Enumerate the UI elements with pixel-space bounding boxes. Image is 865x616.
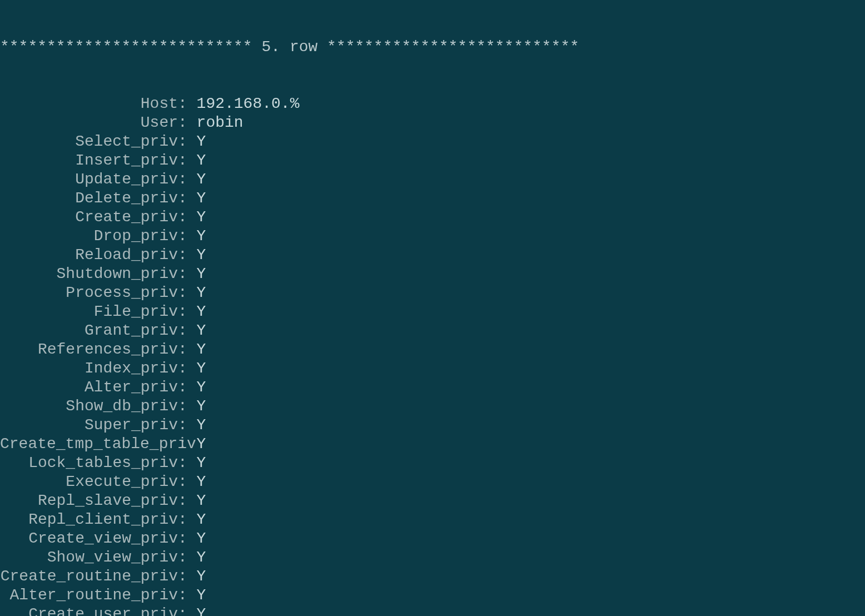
field-value: Y — [187, 378, 206, 397]
field-label: Grant_priv — [0, 321, 178, 340]
field-value: Y — [187, 586, 206, 605]
field-label: Select_priv — [0, 132, 178, 151]
field-colon: : — [178, 605, 187, 616]
field-label: Lock_tables_priv — [0, 454, 178, 473]
field-value: Y — [187, 510, 206, 529]
field-label: Reload_priv — [0, 246, 178, 265]
field-value: Y — [187, 151, 206, 170]
field-row: Index_priv:Y — [0, 359, 865, 378]
field-value: Y — [187, 189, 206, 208]
field-row: Update_priv:Y — [0, 170, 865, 189]
field-row: Reload_priv:Y — [0, 246, 865, 265]
field-label: Create_user_priv — [0, 605, 178, 616]
field-label: Show_db_priv — [0, 397, 178, 416]
field-colon: : — [178, 265, 187, 284]
field-label: Alter_routine_priv — [0, 586, 178, 605]
field-label: Execute_priv — [0, 473, 178, 491]
field-row: Create_tmp_table_priv:Y — [0, 435, 865, 454]
field-value: Y — [187, 132, 206, 151]
field-colon: : — [178, 208, 187, 227]
field-value: Y — [187, 397, 206, 416]
field-label: Create_priv — [0, 208, 178, 227]
field-row: Create_user_priv:Y — [0, 605, 865, 616]
field-row: Repl_client_priv:Y — [0, 510, 865, 529]
field-colon: : — [178, 378, 187, 397]
field-value: Y — [187, 246, 206, 265]
field-row: Delete_priv:Y — [0, 189, 865, 208]
field-row: Grant_priv:Y — [0, 321, 865, 340]
field-value: Y — [187, 321, 206, 340]
field-colon: : — [178, 170, 187, 189]
field-label: Index_priv — [0, 359, 178, 378]
field-colon: : — [178, 397, 187, 416]
field-row: Super_priv:Y — [0, 416, 865, 435]
field-row: User:robin — [0, 113, 865, 132]
field-colon: : — [178, 454, 187, 473]
field-colon: : — [178, 435, 187, 454]
field-colon: : — [178, 340, 187, 359]
field-label: Insert_priv — [0, 151, 178, 170]
field-row: Insert_priv:Y — [0, 151, 865, 170]
field-value: Y — [187, 435, 206, 454]
field-value: Y — [187, 340, 206, 359]
field-row: Shutdown_priv:Y — [0, 265, 865, 284]
field-row: Lock_tables_priv:Y — [0, 454, 865, 473]
row-header-label: 5. row — [252, 38, 327, 56]
field-colon: : — [178, 113, 187, 132]
row-separator-header: *************************** 5. row *****… — [0, 38, 865, 57]
field-colon: : — [178, 321, 187, 340]
field-row: Alter_routine_priv:Y — [0, 586, 865, 605]
field-label: Update_priv — [0, 170, 178, 189]
field-label: References_priv — [0, 340, 178, 359]
field-value: Y — [187, 567, 206, 586]
field-row: References_priv:Y — [0, 340, 865, 359]
field-row: Create_routine_priv:Y — [0, 567, 865, 586]
field-label: Create_routine_priv — [0, 567, 178, 586]
field-colon: : — [178, 246, 187, 265]
field-row: Host:192.168.0.% — [0, 95, 865, 113]
field-value: Y — [187, 491, 206, 510]
field-colon: : — [178, 567, 187, 586]
field-value: Y — [187, 227, 206, 246]
field-label: Host — [0, 95, 178, 113]
field-row: Show_view_priv:Y — [0, 548, 865, 567]
field-colon: : — [178, 359, 187, 378]
terminal-output[interactable]: *************************** 5. row *****… — [0, 0, 865, 616]
field-row: Alter_priv:Y — [0, 378, 865, 397]
field-row: Create_view_priv:Y — [0, 529, 865, 548]
field-colon: : — [178, 132, 187, 151]
field-colon: : — [178, 151, 187, 170]
field-label: User — [0, 113, 178, 132]
field-colon: : — [178, 227, 187, 246]
field-label: Process_priv — [0, 284, 178, 302]
field-row: Drop_priv:Y — [0, 227, 865, 246]
field-label: Show_view_priv — [0, 548, 178, 567]
field-colon: : — [178, 510, 187, 529]
field-row: Execute_priv:Y — [0, 473, 865, 491]
field-value: 192.168.0.% — [187, 95, 300, 113]
field-value: Y — [187, 473, 206, 491]
field-label: Drop_priv — [0, 227, 178, 246]
field-colon: : — [178, 416, 187, 435]
field-label: Super_priv — [0, 416, 178, 435]
field-label: Shutdown_priv — [0, 265, 178, 284]
field-colon: : — [178, 529, 187, 548]
field-label: Create_tmp_table_priv — [0, 435, 178, 454]
field-label: File_priv — [0, 302, 178, 321]
field-row: Select_priv:Y — [0, 132, 865, 151]
field-label: Repl_slave_priv — [0, 491, 178, 510]
field-label: Create_view_priv — [0, 529, 178, 548]
field-row: Process_priv:Y — [0, 284, 865, 302]
field-value: Y — [187, 302, 206, 321]
field-value: Y — [187, 454, 206, 473]
field-value: Y — [187, 208, 206, 227]
field-colon: : — [178, 284, 187, 302]
field-colon: : — [178, 491, 187, 510]
field-label: Repl_client_priv — [0, 510, 178, 529]
field-value: Y — [187, 548, 206, 567]
field-colon: : — [178, 302, 187, 321]
field-colon: : — [178, 586, 187, 605]
field-value: Y — [187, 265, 206, 284]
field-value: Y — [187, 529, 206, 548]
field-colon: : — [178, 473, 187, 491]
